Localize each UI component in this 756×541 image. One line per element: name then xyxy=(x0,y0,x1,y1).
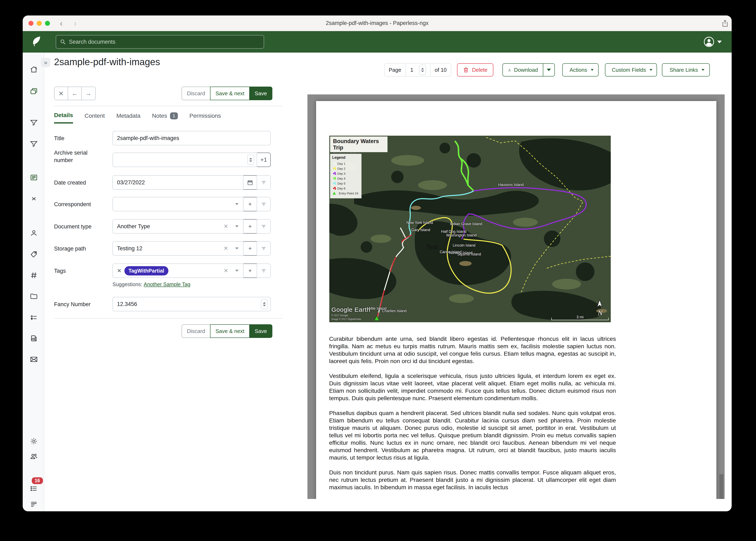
satellite-map xyxy=(329,136,611,322)
add-correspondent-button[interactable]: + xyxy=(243,197,257,211)
workflows-icon[interactable] xyxy=(30,334,38,342)
users-groups-icon[interactable] xyxy=(30,452,38,460)
close-window-button[interactable] xyxy=(28,21,33,26)
custom-fields-icon[interactable] xyxy=(30,313,38,321)
tags-icon[interactable] xyxy=(30,250,38,258)
correspondent-select[interactable] xyxy=(112,197,243,211)
share-links-button[interactable]: Share Links xyxy=(662,63,710,77)
clear-icon[interactable]: ✕ xyxy=(223,223,228,230)
save-next-button[interactable]: Save & next xyxy=(210,324,250,338)
tab-notes[interactable]: Notes1 xyxy=(152,112,178,123)
tags-label: Tags xyxy=(54,267,108,274)
fancy-number-input[interactable]: 12.3456 xyxy=(112,297,271,311)
tags-select[interactable]: ✕ TagWithPartial ✕ xyxy=(112,264,243,278)
storage-path-field: Testing 12 ✕ + xyxy=(112,241,271,256)
user-menu[interactable] xyxy=(704,37,722,47)
filter-lines-icon xyxy=(261,268,267,274)
suggested-tag-link[interactable]: Another Sample Tag xyxy=(144,281,190,287)
logs-icon[interactable] xyxy=(30,500,38,508)
close-document-icon[interactable] xyxy=(30,195,38,203)
tab-permissions[interactable]: Permissions xyxy=(189,113,221,123)
close-editor-button[interactable]: ✕ xyxy=(54,87,68,100)
chevron-down-icon xyxy=(591,69,594,71)
document-types-icon[interactable] xyxy=(30,271,38,279)
correspondent-suggestions-button[interactable] xyxy=(257,197,271,211)
asn-input[interactable] xyxy=(112,153,257,167)
save-button[interactable]: Save xyxy=(249,324,272,338)
date-picker-button[interactable] xyxy=(243,175,257,190)
document-toolbar: Page of 10 Delete Download Actions Custo… xyxy=(23,63,732,77)
storage-path-select[interactable]: Testing 12 ✕ xyxy=(112,241,243,256)
discard-button[interactable]: Discard xyxy=(182,324,210,338)
save-next-button[interactable]: Save & next xyxy=(210,87,250,100)
document-type-field: Another Type ✕ + xyxy=(112,219,271,234)
remove-tag-icon[interactable]: ✕ xyxy=(117,268,122,274)
save-button[interactable]: Save xyxy=(249,87,272,100)
clear-icon[interactable]: ✕ xyxy=(223,268,228,274)
document-preview-pane: Hausons IslandNew York IslandGary Island… xyxy=(307,94,725,499)
add-document-type-button[interactable]: + xyxy=(243,219,257,234)
filter-editor-icon[interactable] xyxy=(30,140,38,148)
document-type-suggestions-button[interactable] xyxy=(257,219,271,234)
mail-icon[interactable] xyxy=(30,355,38,363)
page-number-input[interactable] xyxy=(410,67,417,73)
download-options-button[interactable] xyxy=(543,63,555,77)
search-input[interactable]: Search documents xyxy=(56,35,264,49)
settings-icon[interactable] xyxy=(30,437,38,445)
page-label: Page xyxy=(385,64,406,76)
storage-paths-icon[interactable] xyxy=(30,292,38,300)
trash-icon xyxy=(463,67,469,73)
chevron-down-icon xyxy=(235,225,239,228)
legend-item: Entry Point 24 xyxy=(332,191,359,196)
divider xyxy=(54,318,283,318)
document-type-select[interactable]: Another Type ✕ xyxy=(112,219,243,234)
open-document-icon[interactable] xyxy=(30,173,38,182)
google-earth-logo: Google Earth xyxy=(331,306,370,313)
add-tag-button[interactable]: + xyxy=(243,264,257,278)
browser-forward-icon[interactable]: › xyxy=(74,17,77,30)
legend-title: Legend xyxy=(332,156,359,160)
tag-suggestions-button[interactable] xyxy=(257,264,271,278)
actions-button[interactable]: Actions xyxy=(562,63,599,77)
chevron-down-icon xyxy=(547,69,551,71)
date-created-input[interactable]: 03/27/2022 xyxy=(112,175,243,190)
tasks-badge: 16 xyxy=(32,477,43,484)
download-button[interactable]: Download xyxy=(502,63,543,77)
tab-content[interactable]: Content xyxy=(85,113,105,123)
next-document-button[interactable]: → xyxy=(82,87,95,100)
saved-views-icon[interactable] xyxy=(30,119,38,127)
legend-label: Entry Point 24 xyxy=(339,192,358,195)
asn-plus-one-button[interactable]: +1 xyxy=(257,153,271,167)
storage-path-suggestions-button[interactable] xyxy=(257,241,271,256)
search-icon xyxy=(60,39,66,45)
documents-icon[interactable] xyxy=(30,87,38,96)
clear-icon[interactable]: ✕ xyxy=(223,245,228,252)
tag-pill[interactable]: TagWithPartial xyxy=(124,266,168,275)
title-input[interactable]: 2sample-pdf-with-images xyxy=(112,131,271,145)
custom-fields-button[interactable]: Custom Fields xyxy=(605,63,657,77)
asn-stepper[interactable] xyxy=(247,155,254,165)
browser-back-icon[interactable]: ‹ xyxy=(60,17,63,30)
fancy-number-stepper[interactable] xyxy=(261,299,268,309)
add-storage-path-button[interactable]: + xyxy=(243,241,257,256)
preview-scrollbar-thumb[interactable] xyxy=(719,474,723,499)
zoom-window-button[interactable] xyxy=(45,21,50,26)
tab-details[interactable]: Details xyxy=(54,112,73,124)
page-number-field[interactable] xyxy=(406,64,431,76)
discard-button[interactable]: Discard xyxy=(182,87,210,100)
tasks-icon[interactable] xyxy=(30,484,38,493)
paperless-logo-icon[interactable] xyxy=(30,35,43,48)
plus-icon: + xyxy=(248,245,252,252)
date-suggestions-button[interactable] xyxy=(257,175,271,190)
map-attribution: Google Earth © 2017 Google Image © 2017 … xyxy=(331,306,370,320)
page-number-stepper[interactable] xyxy=(419,65,426,75)
map-legend: Legend Day 1Day 2Day 3Day 4Day 5Day 6Ent… xyxy=(330,154,361,198)
correspondents-icon[interactable] xyxy=(30,229,38,237)
share-icon[interactable] xyxy=(721,19,730,28)
previous-document-button[interactable]: ← xyxy=(68,87,82,100)
delete-button[interactable]: Delete xyxy=(457,63,493,77)
minimize-window-button[interactable] xyxy=(37,21,42,26)
tab-metadata[interactable]: Metadata xyxy=(116,113,141,123)
asn-label: Archive serial number xyxy=(54,149,108,164)
search-placeholder: Search documents xyxy=(69,39,115,45)
